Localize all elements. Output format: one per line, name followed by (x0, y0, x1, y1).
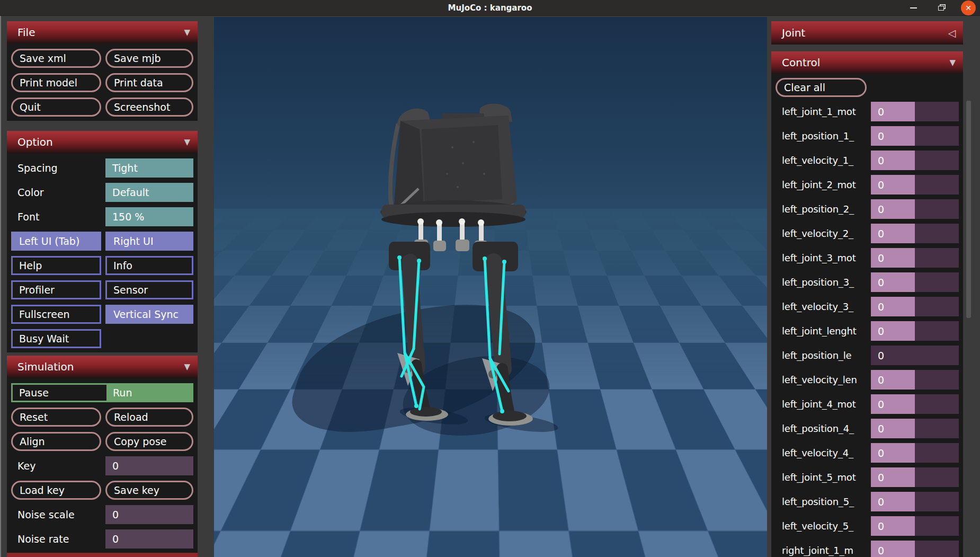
file-button[interactable]: Save mjb (105, 49, 193, 68)
control-slider[interactable]: 0 (871, 102, 959, 121)
option-select-row: Spacing Tight (11, 158, 193, 178)
noise-fields: Noise scale 0 Noise rate 0 (11, 505, 193, 549)
slider-value: 0 (878, 472, 884, 483)
joint-section-header[interactable]: Joint ◁ (771, 21, 963, 45)
control-slider[interactable]: 0 (871, 321, 959, 341)
slider-label: left_joint_3_mot (776, 252, 867, 263)
control-slider[interactable]: 0 (871, 126, 959, 146)
file-button-label: Print model (20, 77, 77, 89)
option-toggle-button[interactable]: Left UI (Tab) (11, 232, 101, 251)
option-toggle-label: Help (19, 260, 42, 271)
file-button[interactable]: Screenshot (105, 98, 193, 117)
restore-button[interactable] (933, 1, 948, 15)
slider-label: left_joint_2_mot (776, 179, 867, 190)
key-input[interactable]: 0 (105, 456, 193, 475)
file-section-header[interactable]: File ▼ (7, 21, 198, 43)
simulation-button[interactable]: Reset (11, 408, 101, 427)
control-slider[interactable]: 0 (871, 467, 959, 487)
pause-label: Pause (19, 387, 49, 399)
option-label: Color (11, 187, 101, 198)
option-toggles: Left UI (Tab)Right UIHelpInfoProfilerSen… (11, 232, 193, 348)
control-slider[interactable]: 0 (871, 516, 959, 536)
control-slider[interactable]: 0 (871, 151, 959, 170)
clear-all-label: Clear all (784, 82, 825, 93)
pause-button[interactable]: Pause (13, 385, 106, 401)
clear-all-button[interactable]: Clear all (776, 78, 867, 97)
control-slider[interactable]: 0 (871, 272, 959, 292)
option-toggle-button[interactable]: Right UI (105, 232, 193, 251)
3d-viewport[interactable] (214, 17, 767, 557)
file-button-label: Save xml (20, 52, 66, 64)
option-select[interactable]: Default (105, 183, 193, 202)
option-toggle-button[interactable]: Fullscreen (11, 305, 101, 324)
noise-field-value: 0 (112, 509, 119, 520)
slider-value: 0 (878, 399, 884, 410)
run-toggle[interactable]: Pause Run (11, 383, 193, 402)
option-toggle-button[interactable]: Vertical Sync (105, 305, 193, 324)
file-button[interactable]: Print model (11, 73, 101, 92)
option-toggle-button[interactable]: Info (105, 256, 193, 275)
control-slider[interactable]: 0 (871, 443, 959, 463)
control-slider-row: left_joint_4_mot 0 (776, 394, 959, 414)
control-slider-row: left_position_2_ 0 (776, 199, 959, 219)
noise-field-input[interactable]: 0 (105, 505, 193, 524)
option-toggle-button[interactable]: Busy Wait (11, 329, 101, 348)
simulation-button-label: Reset (20, 411, 48, 423)
control-slider[interactable]: 0 (871, 370, 959, 390)
option-toggle-button[interactable]: Help (11, 256, 101, 275)
key-button[interactable]: Save key (105, 481, 193, 500)
option-toggle-button[interactable]: Sensor (105, 280, 193, 299)
option-select[interactable]: Tight (105, 158, 193, 178)
simulation-section-header[interactable]: Simulation ▼ (7, 356, 198, 378)
option-section-header[interactable]: Option ▼ (7, 131, 198, 153)
control-scrollbar[interactable] (966, 101, 971, 318)
slider-value: 0 (878, 155, 884, 166)
file-button-label: Save mjb (114, 52, 161, 64)
control-slider[interactable]: 0 (871, 541, 959, 557)
run-button[interactable]: Run (106, 385, 192, 401)
close-button[interactable]: ✕ (961, 1, 976, 15)
slider-value: 0 (878, 179, 884, 191)
simulation-section-title: Simulation (17, 360, 74, 373)
slider-value: 0 (878, 350, 884, 361)
control-slider[interactable]: 0 (871, 199, 959, 219)
slider-label: left_joint_lenght (776, 325, 867, 337)
control-slider[interactable]: 0 (871, 175, 959, 194)
simulation-button[interactable]: Reload (105, 408, 193, 427)
control-slider-row: left_velocity_5_ 0 (776, 516, 959, 536)
window-controls: ✕ (906, 0, 976, 16)
control-slider[interactable]: 0 (871, 224, 959, 243)
control-slider-row: left_joint_1_mot 0 (776, 102, 959, 121)
file-button[interactable]: Save xml (11, 49, 101, 68)
control-slider[interactable]: 0 (871, 394, 959, 414)
slider-value: 0 (878, 325, 884, 337)
slider-label: left_position_1_ (776, 130, 867, 142)
file-button[interactable]: Print data (105, 73, 193, 92)
file-button-label: Quit (20, 101, 41, 113)
control-slider[interactable]: 0 (871, 297, 959, 316)
file-button[interactable]: Quit (11, 98, 101, 117)
minimize-button[interactable] (906, 1, 921, 15)
joint-section-title: Joint (782, 26, 805, 39)
control-slider[interactable]: 0 (871, 419, 959, 438)
simulation-button[interactable]: Align (11, 432, 101, 451)
control-slider[interactable]: 0 (871, 346, 959, 365)
option-toggle-label: Profiler (19, 284, 55, 296)
window-left-edge (0, 16, 1, 557)
control-slider-row: left_velocity_2_ 0 (776, 224, 959, 243)
control-slider-row: left_position_4_ 0 (776, 419, 959, 438)
slider-label: right_joint_1_m (776, 545, 867, 556)
control-slider-row: left_position_le 0 (776, 346, 959, 365)
option-select[interactable]: 150 % (105, 207, 193, 226)
control-slider-row: left_velocity_3_ 0 (776, 297, 959, 316)
simulation-button[interactable]: Copy pose (105, 432, 193, 451)
control-slider[interactable]: 0 (871, 248, 959, 268)
control-slider[interactable]: 0 (871, 492, 959, 511)
option-toggle-button[interactable]: Profiler (11, 280, 101, 299)
kangaroo-robot (368, 100, 542, 428)
key-button-label: Save key (114, 484, 159, 496)
slider-value: 0 (878, 130, 884, 142)
control-section-header[interactable]: Control ▼ (771, 51, 963, 74)
key-button[interactable]: Load key (11, 481, 101, 500)
noise-field-input[interactable]: 0 (105, 529, 193, 549)
